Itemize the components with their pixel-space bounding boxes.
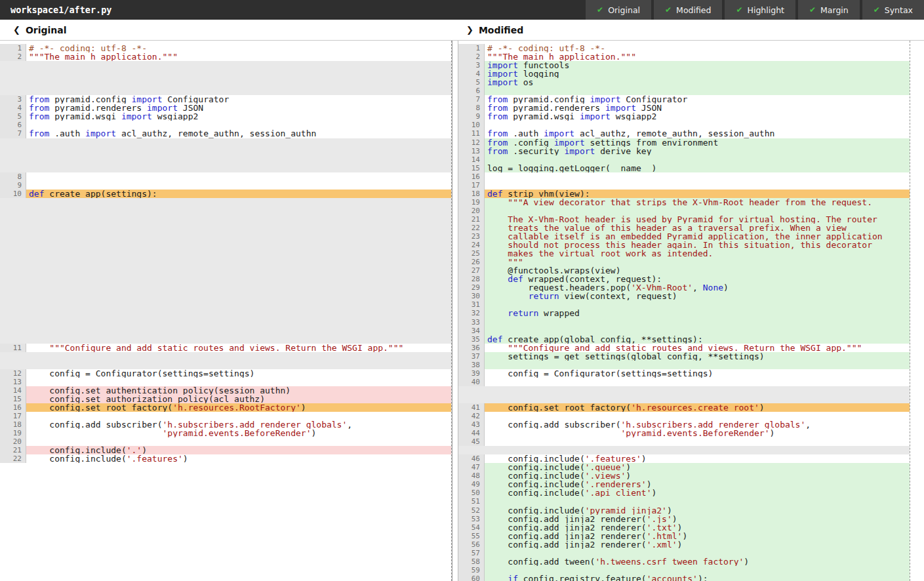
code-line: 56 config.add_jinja2_renderer('.xml') <box>458 540 924 549</box>
line-text: config.include('.') <box>26 446 451 454</box>
diff-gap-filler <box>458 386 910 403</box>
line-number: 45 <box>458 437 485 446</box>
line-text: treats the value of this header as a tra… <box>485 224 910 232</box>
original-pane-header[interactable]: ❮ Original <box>0 20 458 40</box>
code-line: 9from pyramid.wsgi import wsgiapp2 <box>458 112 924 121</box>
original-code: 1# -*- coding: utf-8 -*-2"""The main h a… <box>0 41 452 463</box>
code-line: 16 <box>458 172 924 181</box>
line-number: 2 <box>0 52 26 61</box>
line-number: 18 <box>458 190 485 198</box>
code-line: 44 'pyramid.events.BeforeRender') <box>458 429 924 437</box>
line-number: 15 <box>0 395 26 403</box>
code-line: 33 <box>458 318 924 327</box>
line-text: config.add_jinja2_renderer('.html') <box>485 532 910 540</box>
code-line: 60 if config.registry.feature('accounts'… <box>458 574 924 581</box>
code-line: 42 <box>458 412 924 420</box>
line-text: return view(context, request) <box>485 292 910 300</box>
code-line: 25 makes the virtual root work as intend… <box>458 249 924 258</box>
line-number: 32 <box>458 309 485 317</box>
toggle-margin-button[interactable]: ✔ Margin <box>798 0 860 20</box>
line-text: 'pyramid.events.BeforeRender') <box>485 429 910 437</box>
code-line: 49 config.include('.renderers') <box>458 480 924 489</box>
line-text: should not process this header again. In… <box>485 241 910 249</box>
line-number: 33 <box>458 318 485 327</box>
line-text: from pyramid.wsgi import wsgiapp2 <box>26 112 451 121</box>
line-number: 43 <box>458 420 485 429</box>
code-line: 29 request.headers.pop('X-Vhm-Root', Non… <box>458 283 924 292</box>
modified-code: 1# -*- coding: utf-8 -*-2"""The main h a… <box>458 41 924 581</box>
pane-separator <box>452 41 458 581</box>
toggle-original-button[interactable]: ✔ Original <box>586 0 651 20</box>
line-number: 50 <box>458 489 485 497</box>
check-icon: ✔ <box>809 5 816 14</box>
line-text: config.include('.api_client') <box>485 489 910 497</box>
code-line: 4from pyramid.renderers import JSON <box>0 104 452 112</box>
line-number: 38 <box>458 361 485 369</box>
code-line: 1# -*- coding: utf-8 -*- <box>458 44 924 52</box>
code-line: 7from pyramid.config import Configurator <box>458 95 924 104</box>
toggle-syntax-button[interactable]: ✔ Syntax <box>862 0 924 20</box>
code-line: 16 config.set_root_factory('h.resources.… <box>0 403 452 412</box>
line-number: 57 <box>458 549 485 557</box>
code-line: 48 config.include('.views') <box>458 471 924 480</box>
line-number: 27 <box>458 266 485 275</box>
line-text <box>485 361 910 369</box>
code-line: 21 config.include('.') <box>0 446 452 454</box>
code-line: 5from pyramid.wsgi import wsgiapp2 <box>0 112 452 121</box>
line-text: config.add_tween('h.tweens.csrf_tween_fa… <box>485 557 910 566</box>
line-text: import functools <box>485 61 910 70</box>
line-text: """Configure and add static routes and v… <box>26 344 451 352</box>
code-line: 3from pyramid.config import Configurator <box>0 95 452 104</box>
original-pane[interactable]: 1# -*- coding: utf-8 -*-2"""The main h a… <box>0 41 452 581</box>
line-number: 35 <box>458 335 485 344</box>
line-text: config.add_subscriber('h.subscribers.add… <box>26 420 451 429</box>
diff-gap-filler <box>458 446 910 454</box>
code-line: 18def strip_vhm(view): <box>458 190 924 198</box>
line-number: 26 <box>458 258 485 266</box>
line-text <box>26 378 451 386</box>
line-number: 36 <box>458 344 485 352</box>
line-number: 11 <box>458 129 485 138</box>
code-line: 7from .auth import acl_authz, remote_aut… <box>0 129 452 138</box>
toggle-margin-label: Margin <box>820 5 849 15</box>
line-text <box>485 87 910 95</box>
code-line: 3import functools <box>458 61 924 70</box>
line-number: 53 <box>458 515 485 523</box>
line-text: config.include('.views') <box>485 471 910 480</box>
diff-gap-filler <box>0 138 451 172</box>
chevron-left-icon: ❮ <box>13 25 20 35</box>
line-text: if config.registry.feature('accounts'): <box>485 574 910 581</box>
modified-pane-header[interactable]: ❯ Modified <box>458 20 924 40</box>
line-text: config = Configurator(settings=settings) <box>485 369 910 378</box>
line-number: 37 <box>458 352 485 361</box>
line-text <box>485 181 910 190</box>
line-number: 7 <box>0 129 26 138</box>
line-text: from pyramid.config import Configurator <box>485 95 910 104</box>
line-number: 9 <box>458 112 485 121</box>
line-number: 5 <box>458 78 485 87</box>
toggle-highlight-button[interactable]: ✔ Highlight <box>725 0 795 20</box>
line-number: 6 <box>0 121 26 129</box>
check-icon: ✔ <box>665 5 672 14</box>
modified-pane-title: Modified <box>479 25 523 35</box>
line-number: 22 <box>458 224 485 232</box>
line-number: 16 <box>0 403 26 412</box>
code-line: 40 <box>458 378 924 386</box>
toggle-modified-button[interactable]: ✔ Modified <box>654 0 722 20</box>
line-text: def create_app(global_config, **settings… <box>485 335 910 344</box>
code-line: 57 <box>458 549 924 557</box>
diff-gap-filler <box>0 352 451 369</box>
line-number: 8 <box>0 172 26 181</box>
line-text: config.include('.features') <box>26 454 451 463</box>
code-line: 38 <box>458 361 924 369</box>
line-text <box>485 497 910 506</box>
line-number: 10 <box>458 121 485 129</box>
line-number: 20 <box>0 437 26 446</box>
modified-pane[interactable]: 1# -*- coding: utf-8 -*-2"""The main h a… <box>458 41 924 581</box>
line-text: from pyramid.renderers import JSON <box>485 104 910 112</box>
line-text <box>26 172 451 181</box>
line-number: 21 <box>0 446 26 454</box>
original-pane-title: Original <box>26 25 67 35</box>
code-line: 19 'pyramid.events.BeforeRender') <box>0 429 452 437</box>
line-number: 19 <box>0 429 26 437</box>
